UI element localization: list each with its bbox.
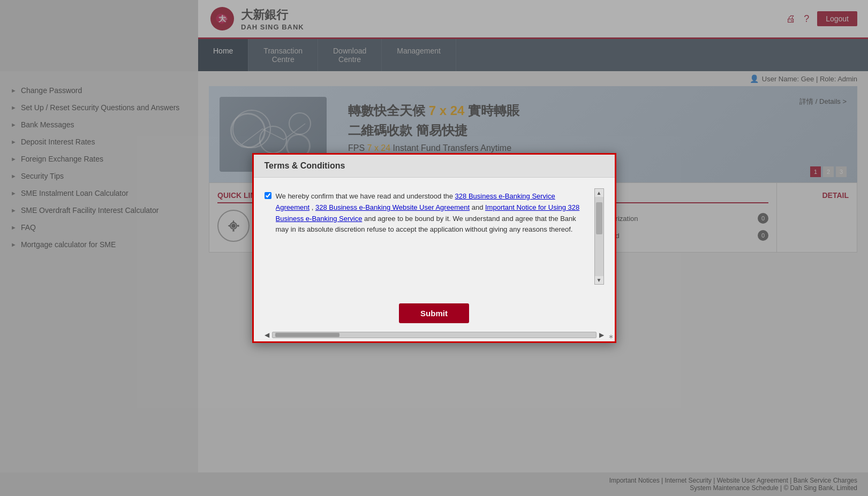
terms-checkbox[interactable]	[265, 192, 271, 199]
modal-text-part3: and	[472, 203, 485, 211]
modal-body: We hereby confirm that we have read and …	[254, 178, 615, 295]
h-scrollbar-thumb[interactable]	[275, 333, 339, 337]
modal-link2[interactable]: 328 Business e-Banking Website User Agre…	[315, 203, 470, 211]
modal-content-area: We hereby confirm that we have read and …	[265, 188, 594, 285]
modal-footer: Submit	[254, 295, 615, 326]
submit-button[interactable]: Submit	[399, 303, 469, 323]
terms-conditions-modal: Terms & Conditions We hereby confirm tha…	[252, 153, 616, 343]
modal-horizontal-scrollbar: ◀ ▶	[265, 331, 604, 339]
modal-title: Terms & Conditions	[265, 161, 345, 170]
scroll-up-arrow[interactable]: ▲	[595, 189, 603, 197]
scroll-left-arrow[interactable]: ◀	[265, 331, 269, 339]
modal-checkbox-row: We hereby confirm that we have read and …	[265, 191, 594, 271]
modal-overlay: Terms & Conditions We hereby confirm tha…	[0, 0, 868, 496]
modal-text: We hereby confirm that we have read and …	[276, 191, 594, 271]
scroll-down-arrow[interactable]: ▼	[595, 276, 603, 284]
modal-vertical-scrollbar[interactable]: ▲ ▼	[594, 188, 604, 285]
modal-header: Terms & Conditions	[254, 155, 615, 178]
scrollbar-thumb[interactable]	[596, 202, 602, 234]
modal-text-part2: ,	[312, 203, 315, 211]
h-scrollbar-track	[272, 332, 597, 338]
scroll-right-arrow[interactable]: ▶	[599, 331, 604, 339]
modal-text-part1: We hereby confirm that we have read and …	[276, 192, 455, 200]
scrollbar-track	[595, 197, 603, 276]
resize-handle[interactable]: ∗	[608, 333, 614, 340]
